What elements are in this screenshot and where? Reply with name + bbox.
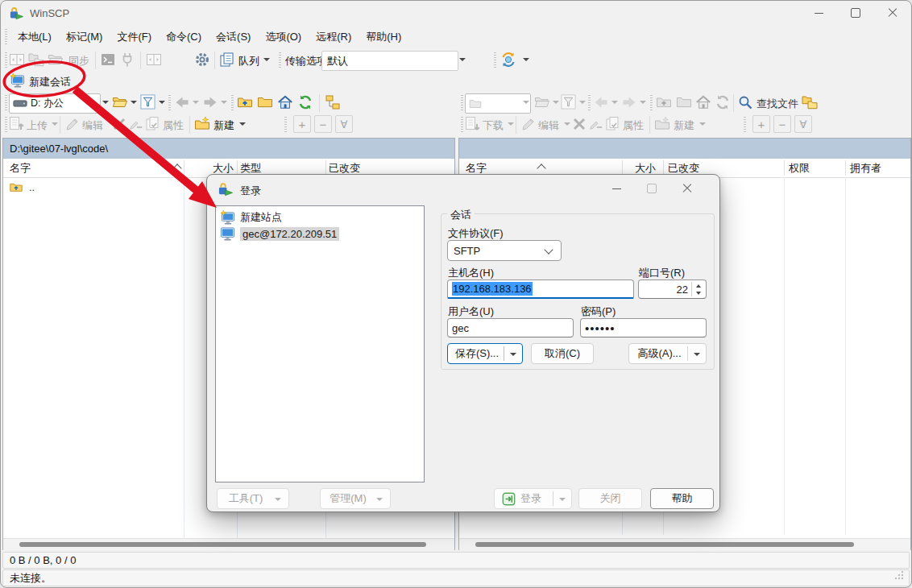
right-select-plus-button[interactable]: + [752,115,770,133]
left-delete-icon[interactable] [111,116,127,132]
login-dropdown-caret[interactable] [559,498,566,501]
right-properties-button[interactable]: 属性 [623,118,644,133]
advanced-button[interactable]: 高级(A)... [628,343,707,364]
manage-button[interactable]: 管理(M) [320,488,391,509]
spin-down-icon[interactable] [696,292,701,295]
left-invert-selection-button[interactable]: ∀ [335,115,353,133]
left-select-minus-button[interactable]: − [314,115,332,133]
left-drive-combobox[interactable]: D: 办公 [9,93,101,114]
user-input[interactable]: gec [447,318,574,337]
transfer-settings-caret[interactable] [523,58,529,61]
synchronize-button[interactable]: 同步 [68,54,89,68]
left-new-icon[interactable] [194,116,210,132]
right-open-directory-icon[interactable] [534,94,550,110]
right-new-button[interactable]: 新建 [674,118,694,133]
right-drive-combobox[interactable] [465,93,531,114]
cancel-button[interactable]: 取消(C) [531,343,594,364]
queue-dropdown-caret[interactable] [263,58,270,61]
dialog-minimize-button[interactable] [599,176,634,201]
right-forward-icon[interactable] [621,94,637,110]
left-properties-icon[interactable] [145,116,161,132]
upload-icon[interactable] [8,116,24,132]
upload-button[interactable]: 上传 [27,118,48,133]
right-invert-selection-button[interactable]: ∀ [794,115,812,133]
dialog-close-action-button[interactable]: 关闭 [578,488,642,509]
transfer-settings-globe-icon[interactable] [500,52,516,68]
login-button[interactable]: 登录 [494,488,572,509]
close-button[interactable] [874,1,911,25]
right-edit-caret[interactable] [564,122,570,126]
upload-caret[interactable] [52,122,58,126]
right-scrollbar-thumb[interactable] [475,542,854,547]
right-forward-caret[interactable] [640,101,646,104]
preferences-gear-icon[interactable] [194,52,210,68]
save-dropdown-caret[interactable] [510,353,516,356]
right-select-minus-button[interactable]: − [773,115,791,133]
menu-options[interactable]: 选项(O) [258,30,309,44]
help-button[interactable]: 帮助 [650,488,714,509]
left-refresh-icon[interactable] [297,94,313,110]
left-properties-button[interactable]: 属性 [163,118,184,133]
left-forward-caret[interactable] [221,101,227,104]
right-back-caret[interactable] [611,101,618,104]
right-parent-directory-icon[interactable] [656,94,672,110]
right-new-icon[interactable] [654,116,670,132]
host-input[interactable]: 192.168.183.136 [447,280,634,299]
right-open-directory-caret[interactable] [553,101,559,104]
save-button[interactable]: 保存(S)... [447,343,523,364]
plug-icon[interactable] [119,52,135,68]
site-item-saved[interactable]: gec@172.20.209.51 [216,226,424,242]
dialog-close-button[interactable] [669,176,705,201]
right-back-icon[interactable] [593,94,609,110]
left-open-directory-icon[interactable] [112,94,128,110]
find-files-icon[interactable] [737,94,753,110]
right-new-caret[interactable] [699,122,706,126]
left-edit-icon[interactable] [64,116,81,132]
left-edit-button[interactable]: 编辑 [82,118,103,133]
left-root-directory-icon[interactable] [257,94,273,110]
right-col-perms[interactable]: 权限 [789,161,810,176]
left-path-bar[interactable]: D:\gitee\07-lvgl\code\ [3,139,454,159]
open-folder-icon[interactable] [48,52,64,68]
transfer-preset-combobox[interactable]: 默认 [321,51,458,71]
advanced-dropdown-caret[interactable] [694,353,700,356]
sync-browsing-icon[interactable] [802,94,818,110]
right-edit-button[interactable]: 编辑 [538,118,559,133]
menu-remote[interactable]: 远程(R) [309,30,359,44]
site-list[interactable]: 新建站点 gec@172.20.209.51 [215,205,425,482]
site-item-new[interactable]: 新建站点 [216,209,424,226]
left-col-sep[interactable] [184,160,184,176]
manage-dropdown-caret[interactable] [376,498,383,501]
right-rename-icon[interactable] [589,116,603,130]
folder-pair-icon[interactable] [28,52,44,68]
resize-grip[interactable] [893,569,905,581]
transfer-preset-caret[interactable] [459,58,466,61]
left-drive-caret[interactable] [102,101,109,104]
left-back-icon[interactable] [174,94,190,110]
tools-dropdown-caret[interactable] [275,498,281,501]
left-select-plus-button[interactable]: + [293,115,311,133]
right-edit-icon[interactable] [520,116,537,132]
dialog-maximize-button[interactable] [634,176,669,201]
menu-command[interactable]: 命令(C) [159,30,209,44]
left-rename-icon[interactable] [129,116,143,130]
left-home-directory-icon[interactable] [277,94,293,110]
split-panels-icon[interactable] [9,52,25,68]
left-forward-icon[interactable] [202,94,218,110]
right-filter-caret[interactable] [579,101,586,104]
download-icon[interactable] [464,116,480,132]
left-col-name[interactable]: 名字 [10,161,31,176]
left-tree-icon[interactable] [325,94,341,110]
right-home-directory-icon[interactable] [695,94,711,110]
console-icon[interactable] [100,52,116,68]
menu-local[interactable]: 本地(L) [10,30,59,44]
right-properties-icon[interactable] [605,116,621,132]
menu-session[interactable]: 会话(S) [209,30,258,44]
right-root-directory-icon[interactable] [676,94,692,110]
left-new-button[interactable]: 新建 [213,118,234,133]
tools-button[interactable]: 工具(T) [217,488,289,509]
find-files-button[interactable]: 查找文件 [757,97,798,111]
left-open-directory-caret[interactable] [131,101,137,104]
menu-file[interactable]: 文件(F) [110,30,159,44]
right-col-owner[interactable]: 拥有者 [850,161,881,176]
